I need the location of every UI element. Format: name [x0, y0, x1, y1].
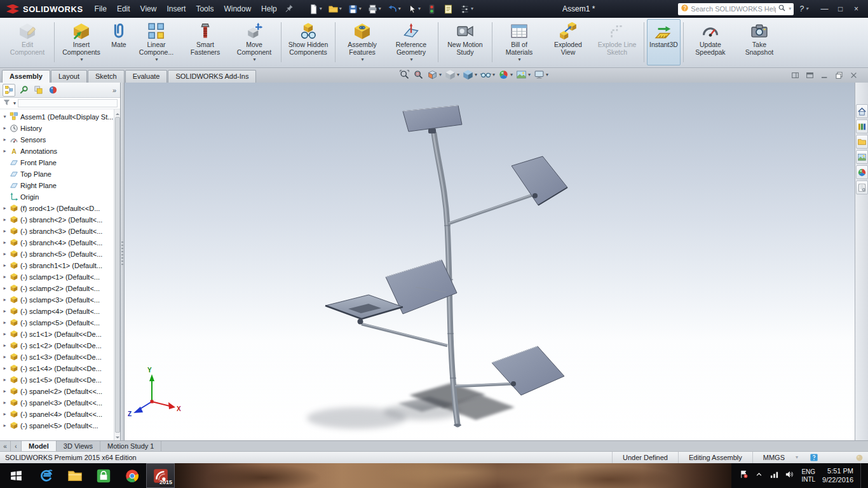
expand-arrow-icon[interactable]: ▸: [2, 320, 8, 325]
tree-item[interactable]: ▸(-) sc1<5> (Default<<De...: [0, 374, 114, 386]
home-button[interactable]: [856, 104, 868, 118]
filter-funnel-slot[interactable]: [3, 98, 11, 108]
custom-properties-button[interactable]: [856, 180, 868, 194]
tree-item[interactable]: ▸(-) sclamp<2> (Default<...: [0, 283, 114, 294]
search-magnifier-slot[interactable]: [778, 4, 786, 14]
minimize-doc-button[interactable]: [820, 71, 829, 82]
collapse-ribbon-button[interactable]: [806, 71, 814, 82]
tree-item[interactable]: ▸(f) srod<1> (Default<<D...: [0, 203, 114, 214]
close-button[interactable]: ×: [848, 2, 864, 16]
tree-item[interactable]: ▸(-) sclamp<3> (Default<...: [0, 294, 114, 306]
linear-compone-button[interactable]: Linear Compone...▾: [132, 19, 180, 65]
display-pane-button[interactable]: [791, 71, 799, 82]
orientation-triad[interactable]: Y X Z: [128, 367, 181, 417]
expand-arrow-icon[interactable]: ▸: [2, 274, 8, 280]
expand-arrow-icon[interactable]: ▸: [2, 217, 8, 222]
tree-item[interactable]: Origin: [0, 191, 114, 203]
solar-panel-lower-right[interactable]: [492, 346, 564, 395]
tab-sketch[interactable]: Sketch: [88, 70, 125, 83]
tab-solidworks-add-ins[interactable]: SOLIDWORKS Add-Ins: [168, 70, 256, 83]
expand-arrow-icon[interactable]: ▸: [2, 412, 8, 417]
tree-item[interactable]: ▸(-) sc1<3> (Default<<De...: [0, 351, 114, 363]
tab-scroll-prev-button[interactable]: ‹: [11, 441, 22, 451]
language-indicator[interactable]: ENG INTL: [801, 468, 815, 484]
expand-arrow-icon[interactable]: ▸: [2, 343, 8, 348]
tree-item[interactable]: ▸(-) sbranch<2> (Default<...: [0, 214, 114, 226]
bill-of-materials-button[interactable]: Bill of Materials▾: [495, 19, 543, 65]
file-explorer-taskbar-button[interactable]: [60, 463, 89, 488]
zoom-to-fit-button[interactable]: [399, 69, 410, 80]
taskbar-clock[interactable]: 5:51 PM 9/22/2016: [822, 467, 853, 485]
rebuild-button[interactable]: [424, 3, 439, 16]
solar-panel-top[interactable]: [403, 105, 462, 132]
tab-assembly[interactable]: Assembly: [2, 70, 50, 83]
assembly-features-button[interactable]: Assembly Features▾: [338, 19, 386, 65]
view-orientation-button[interactable]: ▾: [445, 69, 459, 80]
panel-expand-chevron[interactable]: »: [112, 86, 118, 94]
smart-fasteners-button[interactable]: Smart Fasteners: [181, 19, 229, 65]
tab-evaluate[interactable]: Evaluate: [125, 70, 168, 83]
filter-input[interactable]: [18, 99, 118, 107]
menu-help[interactable]: Help: [256, 1, 282, 17]
move-component-button[interactable]: Move Component▾: [230, 19, 278, 65]
tree-scrollbar[interactable]: [114, 109, 120, 440]
displaymanager-tab[interactable]: [46, 84, 59, 97]
tree-item[interactable]: ▸(-) sc1<4> (Default<<De...: [0, 363, 114, 374]
take-snapshot-button[interactable]: Take Snapshot: [735, 19, 783, 65]
design-library-button[interactable]: [856, 119, 868, 133]
tree-item[interactable]: ▸(-) sbranch<3> (Default<...: [0, 226, 114, 237]
tree-item[interactable]: ▸(-) sclamp<4> (Default<...: [0, 306, 114, 317]
insert-components-button[interactable]: Insert Components▾: [57, 19, 105, 65]
tree-item[interactable]: ▸(-) spanel<3> (Default<<...: [0, 397, 114, 409]
filter-caret-icon[interactable]: ▾: [13, 101, 16, 106]
menu-view[interactable]: View: [135, 1, 162, 17]
open-button[interactable]: ▾: [326, 3, 344, 16]
expand-arrow-icon[interactable]: ▸: [2, 263, 8, 268]
instant3d-button[interactable]: Instant3D: [647, 19, 681, 65]
expand-arrow-icon[interactable]: ▸: [2, 137, 8, 142]
new-document-button[interactable]: ▾: [306, 3, 324, 16]
propertymanager-tab[interactable]: [17, 84, 30, 97]
view-palette-button[interactable]: [856, 150, 868, 164]
options-button[interactable]: ▾: [458, 3, 475, 16]
tree-item[interactable]: ▸History: [0, 123, 114, 134]
action-center-flag-button[interactable]: [739, 470, 749, 482]
save-button[interactable]: ▾: [346, 3, 363, 16]
tree-item[interactable]: ▸(-) sbranch1<1> (Default...: [0, 260, 114, 271]
expand-arrow-icon[interactable]: ▸: [2, 332, 8, 337]
minimize-button[interactable]: —: [817, 2, 832, 16]
expand-arrow-icon[interactable]: ▸: [2, 400, 8, 405]
tree-item[interactable]: ▸(-) sbranch<5> (Default<...: [0, 248, 114, 260]
tab-layout[interactable]: Layout: [51, 70, 87, 83]
maximize-button[interactable]: □: [832, 2, 848, 16]
tab-scroll-first-button[interactable]: «: [0, 441, 11, 451]
expand-arrow-icon[interactable]: ▸: [2, 389, 8, 394]
scroll-thumb[interactable]: [115, 117, 120, 433]
mate-button[interactable]: Mate: [106, 19, 132, 65]
tree-item[interactable]: ▸(-) spanel<5> (Default<...: [0, 420, 114, 431]
restore-doc-button[interactable]: [835, 71, 843, 82]
menu-window[interactable]: Window: [219, 1, 256, 17]
file-explorer-button[interactable]: [856, 135, 868, 149]
reference-geometry-button[interactable]: Reference Geometry▾: [387, 19, 435, 65]
solidworks-2015-button[interactable]: 2015: [146, 463, 175, 488]
menu-insert[interactable]: Insert: [161, 1, 191, 17]
graphics-area[interactable]: Y X Z: [125, 83, 855, 440]
doctab-motion-study-1[interactable]: Motion Study 1: [100, 441, 161, 451]
chrome-button[interactable]: [118, 463, 146, 488]
menu-edit[interactable]: Edit: [112, 1, 135, 17]
menu-tools[interactable]: Tools: [191, 1, 219, 17]
print-button[interactable]: ▾: [365, 3, 383, 16]
menu-file[interactable]: File: [90, 1, 112, 17]
status-help-button[interactable]: [810, 453, 818, 462]
expand-arrow-icon[interactable]: ▸: [2, 309, 8, 314]
expand-arrow-icon[interactable]: ▸: [2, 366, 8, 371]
tree-item[interactable]: ▸(-) sbranch<4> (Default<...: [0, 237, 114, 248]
doctab-3d-views[interactable]: 3D Views: [57, 441, 100, 451]
tree-item[interactable]: ▸AAnnotations: [0, 146, 114, 157]
edit-appearance-button[interactable]: ▾: [498, 69, 513, 80]
expand-arrow-icon[interactable]: ▸: [2, 286, 8, 291]
show-hidden-components-button[interactable]: Show Hidden Components: [284, 19, 332, 65]
close-doc-button[interactable]: [850, 71, 858, 82]
tree-item[interactable]: ▸(-) spanel<4> (Default<<...: [0, 409, 114, 420]
